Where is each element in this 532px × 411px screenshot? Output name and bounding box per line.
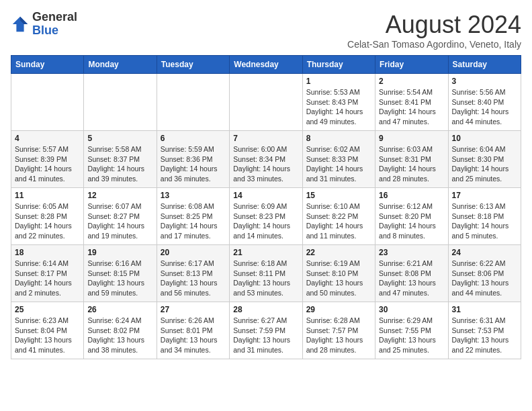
calendar-cell	[157, 74, 229, 131]
day-number: 30	[379, 305, 444, 314]
day-info: Sunrise: 6:27 AM Sunset: 7:59 PM Dayligh…	[233, 316, 298, 355]
day-info: Sunrise: 6:23 AM Sunset: 8:04 PM Dayligh…	[15, 316, 80, 355]
calendar-week-row: 18Sunrise: 6:14 AM Sunset: 8:17 PM Dayli…	[11, 245, 521, 302]
day-number: 26	[87, 305, 152, 314]
day-number: 24	[452, 248, 517, 257]
day-info: Sunrise: 5:53 AM Sunset: 8:43 PM Dayligh…	[306, 87, 371, 127]
day-number: 22	[306, 248, 371, 257]
day-info: Sunrise: 6:16 AM Sunset: 8:15 PM Dayligh…	[87, 259, 152, 298]
day-number: 25	[15, 305, 80, 314]
day-info: Sunrise: 6:31 AM Sunset: 7:53 PM Dayligh…	[452, 316, 517, 355]
calendar-cell: 23Sunrise: 6:21 AM Sunset: 8:08 PM Dayli…	[375, 245, 448, 302]
calendar-cell: 9Sunrise: 6:03 AM Sunset: 8:31 PM Daylig…	[375, 131, 448, 188]
calendar-cell: 30Sunrise: 6:29 AM Sunset: 7:55 PM Dayli…	[375, 302, 448, 359]
calendar-cell: 14Sunrise: 6:09 AM Sunset: 8:23 PM Dayli…	[230, 188, 302, 245]
calendar-table: SundayMondayTuesdayWednesdayThursdayFrid…	[11, 55, 521, 359]
day-number: 31	[452, 305, 517, 314]
day-info: Sunrise: 6:08 AM Sunset: 8:25 PM Dayligh…	[161, 201, 226, 241]
calendar-cell: 27Sunrise: 6:26 AM Sunset: 8:01 PM Dayli…	[157, 302, 229, 359]
calendar-header-row: SundayMondayTuesdayWednesdayThursdayFrid…	[11, 56, 521, 74]
day-number: 9	[379, 134, 444, 143]
day-number: 1	[306, 77, 371, 86]
day-number: 6	[161, 134, 226, 143]
title-section: August 2024 Celat-San Tomaso Agordino, V…	[347, 11, 521, 50]
calendar-cell: 20Sunrise: 6:17 AM Sunset: 8:13 PM Dayli…	[157, 245, 229, 302]
calendar-week-row: 1Sunrise: 5:53 AM Sunset: 8:43 PM Daylig…	[11, 74, 521, 131]
calendar-cell: 1Sunrise: 5:53 AM Sunset: 8:43 PM Daylig…	[302, 74, 375, 131]
logo: General Blue	[11, 11, 77, 38]
logo-icon	[11, 15, 30, 34]
calendar-cell: 28Sunrise: 6:27 AM Sunset: 7:59 PM Dayli…	[230, 302, 302, 359]
day-number: 20	[161, 248, 226, 257]
day-number: 10	[452, 134, 517, 143]
calendar-cell: 25Sunrise: 6:23 AM Sunset: 8:04 PM Dayli…	[11, 302, 84, 359]
calendar-cell: 5Sunrise: 5:58 AM Sunset: 8:37 PM Daylig…	[84, 131, 157, 188]
day-number: 12	[87, 191, 152, 200]
calendar-week-row: 4Sunrise: 5:57 AM Sunset: 8:39 PM Daylig…	[11, 131, 521, 188]
day-info: Sunrise: 6:04 AM Sunset: 8:30 PM Dayligh…	[452, 144, 517, 184]
calendar-day-header: Monday	[84, 56, 157, 74]
day-info: Sunrise: 5:54 AM Sunset: 8:41 PM Dayligh…	[379, 87, 444, 127]
day-number: 7	[233, 134, 298, 143]
calendar-cell: 22Sunrise: 6:19 AM Sunset: 8:10 PM Dayli…	[302, 245, 375, 302]
day-info: Sunrise: 6:07 AM Sunset: 8:27 PM Dayligh…	[87, 201, 152, 241]
calendar-cell: 2Sunrise: 5:54 AM Sunset: 8:41 PM Daylig…	[375, 74, 448, 131]
day-number: 4	[15, 134, 80, 143]
month-title: August 2024	[347, 11, 521, 39]
day-number: 23	[379, 248, 444, 257]
day-info: Sunrise: 6:09 AM Sunset: 8:23 PM Dayligh…	[233, 201, 298, 241]
day-info: Sunrise: 6:18 AM Sunset: 8:11 PM Dayligh…	[233, 259, 298, 298]
logo-general-text: General	[32, 11, 77, 24]
day-number: 28	[233, 305, 298, 314]
day-info: Sunrise: 6:10 AM Sunset: 8:22 PM Dayligh…	[306, 201, 371, 241]
day-number: 3	[452, 77, 517, 86]
calendar-day-header: Thursday	[302, 56, 375, 74]
day-info: Sunrise: 6:22 AM Sunset: 8:06 PM Dayligh…	[452, 259, 517, 298]
calendar-week-row: 25Sunrise: 6:23 AM Sunset: 8:04 PM Dayli…	[11, 302, 521, 359]
day-info: Sunrise: 6:13 AM Sunset: 8:18 PM Dayligh…	[452, 201, 517, 241]
day-number: 21	[233, 248, 298, 257]
day-info: Sunrise: 6:21 AM Sunset: 8:08 PM Dayligh…	[379, 259, 444, 298]
calendar-day-header: Friday	[375, 56, 448, 74]
day-info: Sunrise: 6:24 AM Sunset: 8:02 PM Dayligh…	[87, 316, 152, 355]
calendar-cell: 15Sunrise: 6:10 AM Sunset: 8:22 PM Dayli…	[302, 188, 375, 245]
calendar-cell: 29Sunrise: 6:28 AM Sunset: 7:57 PM Dayli…	[302, 302, 375, 359]
day-info: Sunrise: 6:12 AM Sunset: 8:20 PM Dayligh…	[379, 201, 444, 241]
calendar-cell: 7Sunrise: 6:00 AM Sunset: 8:34 PM Daylig…	[230, 131, 302, 188]
day-number: 29	[306, 305, 371, 314]
calendar-cell: 8Sunrise: 6:02 AM Sunset: 8:33 PM Daylig…	[302, 131, 375, 188]
day-info: Sunrise: 6:28 AM Sunset: 7:57 PM Dayligh…	[306, 316, 371, 355]
calendar-cell: 13Sunrise: 6:08 AM Sunset: 8:25 PM Dayli…	[157, 188, 229, 245]
day-info: Sunrise: 5:58 AM Sunset: 8:37 PM Dayligh…	[87, 144, 152, 184]
calendar-cell: 16Sunrise: 6:12 AM Sunset: 8:20 PM Dayli…	[375, 188, 448, 245]
calendar-cell: 18Sunrise: 6:14 AM Sunset: 8:17 PM Dayli…	[11, 245, 84, 302]
calendar-cell: 6Sunrise: 5:59 AM Sunset: 8:36 PM Daylig…	[157, 131, 229, 188]
calendar-cell: 24Sunrise: 6:22 AM Sunset: 8:06 PM Dayli…	[448, 245, 521, 302]
page-header: General Blue August 2024 Celat-San Tomas…	[11, 11, 521, 50]
location-subtitle: Celat-San Tomaso Agordino, Veneto, Italy	[347, 39, 521, 50]
calendar-cell: 10Sunrise: 6:04 AM Sunset: 8:30 PM Dayli…	[448, 131, 521, 188]
calendar-cell: 17Sunrise: 6:13 AM Sunset: 8:18 PM Dayli…	[448, 188, 521, 245]
logo-blue-text: Blue	[32, 24, 77, 38]
day-number: 27	[161, 305, 226, 314]
day-number: 19	[87, 248, 152, 257]
day-number: 13	[161, 191, 226, 200]
calendar-cell	[230, 74, 302, 131]
day-info: Sunrise: 6:02 AM Sunset: 8:33 PM Dayligh…	[306, 144, 371, 184]
calendar-day-header: Saturday	[448, 56, 521, 74]
day-info: Sunrise: 6:17 AM Sunset: 8:13 PM Dayligh…	[161, 259, 226, 298]
calendar-day-header: Wednesday	[230, 56, 302, 74]
day-number: 5	[87, 134, 152, 143]
day-number: 17	[452, 191, 517, 200]
day-info: Sunrise: 6:14 AM Sunset: 8:17 PM Dayligh…	[15, 259, 80, 298]
day-number: 18	[15, 248, 80, 257]
calendar-day-header: Tuesday	[157, 56, 229, 74]
day-number: 11	[15, 191, 80, 200]
calendar-cell: 4Sunrise: 5:57 AM Sunset: 8:39 PM Daylig…	[11, 131, 84, 188]
day-info: Sunrise: 5:56 AM Sunset: 8:40 PM Dayligh…	[452, 87, 517, 127]
calendar-cell: 11Sunrise: 6:05 AM Sunset: 8:28 PM Dayli…	[11, 188, 84, 245]
calendar-cell	[84, 74, 157, 131]
day-info: Sunrise: 6:03 AM Sunset: 8:31 PM Dayligh…	[379, 144, 444, 184]
day-info: Sunrise: 6:05 AM Sunset: 8:28 PM Dayligh…	[15, 201, 80, 241]
calendar-week-row: 11Sunrise: 6:05 AM Sunset: 8:28 PM Dayli…	[11, 188, 521, 245]
